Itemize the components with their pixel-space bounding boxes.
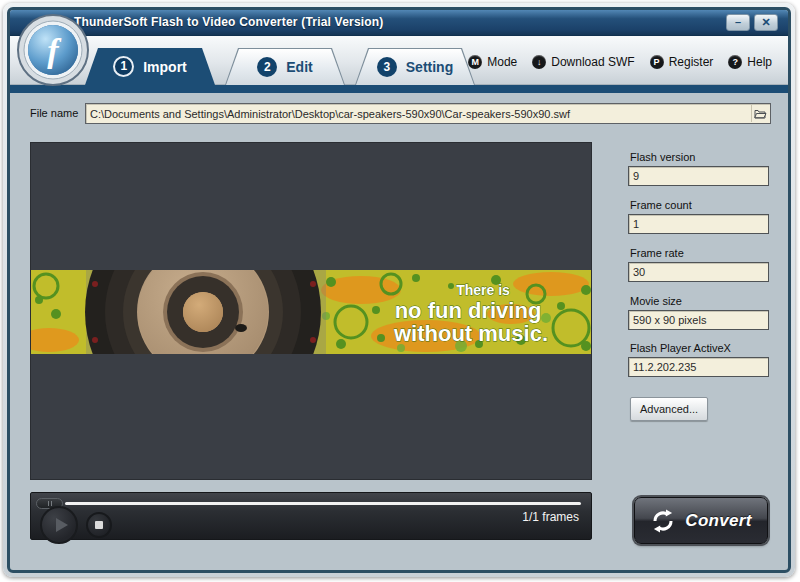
stop-icon	[95, 521, 103, 529]
seek-track[interactable]	[65, 502, 581, 505]
tab-import[interactable]: 1 Import	[85, 48, 215, 85]
file-path-value: C:\Documents and Settings\Administrator\…	[86, 108, 751, 120]
title-bar[interactable]: ThunderSoft Flash to Video Converter (Tr…	[10, 10, 788, 36]
frame-count-field[interactable]: 1	[628, 214, 769, 234]
frame-counter: 1/1 frames	[522, 510, 579, 524]
banner-line2: no fun driving	[395, 298, 542, 323]
tab-edit-number: 2	[257, 57, 277, 77]
window-controls: – ✕	[726, 14, 778, 31]
frame-rate-label: Frame rate	[630, 247, 684, 259]
download-icon: ↓	[532, 55, 546, 69]
mode-button[interactable]: M Mode	[468, 55, 517, 69]
tab-import-number: 1	[113, 56, 134, 77]
activex-label: Flash Player ActiveX	[630, 342, 731, 354]
window-inner: ThunderSoft Flash to Video Converter (Tr…	[7, 7, 791, 573]
header-links: M Mode ↓ Download SWF P Register ? Help	[468, 55, 772, 69]
flash-version-label: Flash version	[630, 151, 695, 163]
close-button[interactable]: ✕	[754, 14, 778, 31]
help-button[interactable]: ? Help	[728, 55, 772, 69]
browse-folder-icon[interactable]	[751, 105, 769, 122]
register-button[interactable]: P Register	[650, 55, 714, 69]
frame-rate-field[interactable]: 30	[628, 262, 769, 282]
preview-area: There is no fun driving without music.	[30, 142, 592, 480]
download-swf-button[interactable]: ↓ Download SWF	[532, 55, 634, 69]
file-name-row: File name C:\Documents and Settings\Admi…	[10, 93, 788, 133]
tab-edit[interactable]: 2 Edit	[225, 48, 345, 85]
convert-label: Convert	[685, 511, 751, 531]
flash-version-field[interactable]: 9	[628, 166, 769, 186]
tab-edit-label: Edit	[286, 59, 312, 75]
banner-line1: There is	[456, 282, 510, 298]
file-name-label: File name	[30, 107, 78, 119]
window-title: ThunderSoft Flash to Video Converter (Tr…	[74, 15, 384, 29]
tab-import-label: Import	[143, 59, 187, 75]
app-logo-icon: f	[16, 13, 90, 87]
convert-icon	[650, 508, 676, 534]
convert-button[interactable]: Convert	[634, 497, 768, 544]
player-bar: 1/1 frames	[30, 492, 592, 540]
movie-size-field[interactable]: 590 x 90 pixels	[628, 310, 769, 330]
file-path-input[interactable]: C:\Documents and Settings\Administrator\…	[85, 103, 771, 124]
mode-icon: M	[468, 55, 482, 69]
help-icon: ?	[728, 55, 742, 69]
frame-count-label: Frame count	[630, 199, 692, 211]
play-button[interactable]	[40, 506, 78, 544]
application-window: ThunderSoft Flash to Video Converter (Tr…	[0, 0, 800, 582]
banner-line3: without music.	[393, 321, 548, 346]
play-icon	[56, 518, 68, 532]
accent-strip	[10, 85, 788, 93]
stop-button[interactable]	[86, 512, 112, 538]
minimize-button[interactable]: –	[726, 14, 750, 31]
tab-setting-number: 3	[377, 57, 397, 77]
swf-banner-preview: There is no fun driving without music.	[31, 270, 591, 354]
advanced-button[interactable]: Advanced...	[630, 397, 708, 421]
window-chrome: ThunderSoft Flash to Video Converter (Tr…	[3, 3, 795, 577]
tab-setting[interactable]: 3 Setting	[355, 48, 475, 85]
tab-setting-label: Setting	[406, 59, 453, 75]
movie-size-label: Movie size	[630, 295, 682, 307]
register-icon: P	[650, 55, 664, 69]
activex-field[interactable]: 11.2.202.235	[628, 357, 769, 377]
